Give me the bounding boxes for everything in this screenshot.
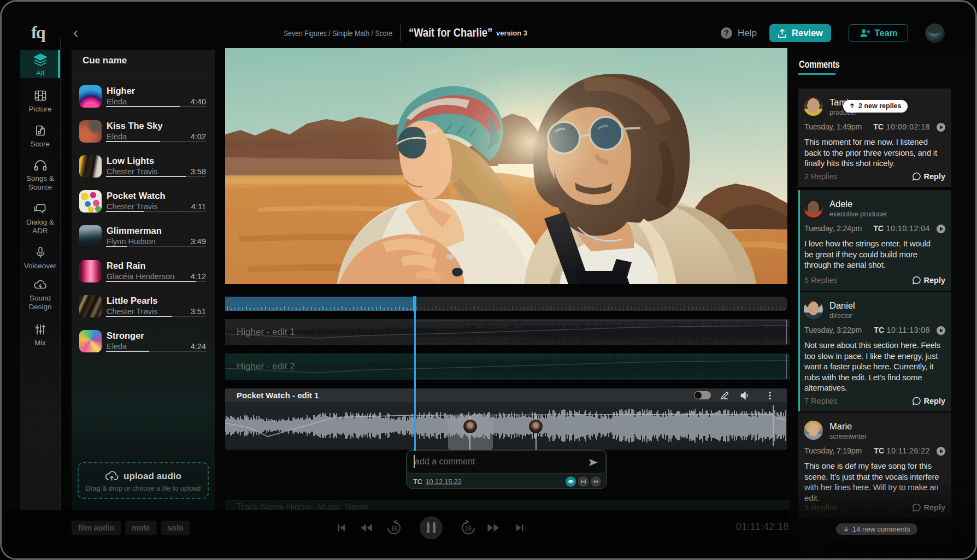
svg-text:15: 15 — [391, 525, 397, 532]
svg-text:15: 15 — [465, 525, 472, 532]
